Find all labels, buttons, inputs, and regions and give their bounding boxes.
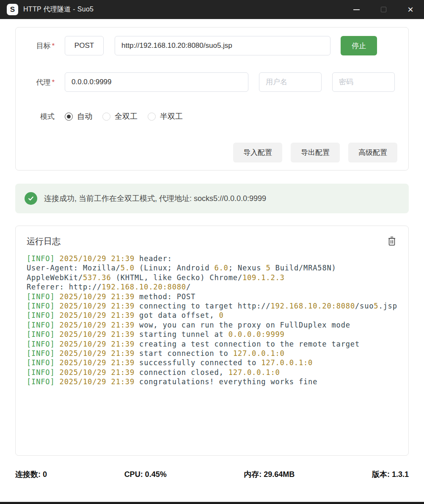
- maximize-icon: [381, 7, 386, 12]
- export-config-button[interactable]: 导出配置: [291, 143, 340, 162]
- trash-icon: [387, 236, 396, 246]
- connection-form: 目标* POST 停止 代理* 模式 自动 全双工: [15, 27, 409, 171]
- log-line: [INFO] 2025/10/29 21:39 connecting to ta…: [27, 301, 397, 311]
- log-line: [INFO] 2025/10/29 21:39 wow, you can run…: [27, 320, 397, 330]
- log-output: [INFO] 2025/10/29 21:39 header:User-Agen…: [27, 254, 397, 446]
- close-button[interactable]: ✕: [397, 0, 424, 19]
- log-line: User-Agent: Mozilla/5.0 (Linux; Android …: [27, 263, 397, 273]
- maximize-button[interactable]: [370, 0, 397, 19]
- stat-version: 版本: 1.3.1: [372, 469, 409, 479]
- password-input[interactable]: [332, 72, 395, 92]
- success-check-icon: [25, 192, 37, 205]
- log-title: 运行日志: [27, 236, 61, 247]
- stat-connections: 连接数: 0: [15, 469, 47, 479]
- close-icon: ✕: [407, 6, 413, 14]
- radio-half-duplex[interactable]: 半双工: [148, 111, 183, 121]
- titlebar: S HTTP 代理隧道 - Suo5 ✕: [0, 0, 424, 19]
- target-row: 目标* POST 停止: [27, 36, 397, 55]
- method-select[interactable]: POST: [65, 36, 104, 55]
- minimize-icon: [353, 9, 360, 10]
- window-controls: ✕: [343, 0, 424, 19]
- stat-cpu: CPU: 0.45%: [124, 470, 167, 479]
- clear-log-button[interactable]: [386, 235, 397, 247]
- log-line: [INFO] 2025/10/29 21:39 connection close…: [27, 368, 397, 377]
- mode-label: 模式: [27, 112, 60, 121]
- log-line: [INFO] 2025/10/29 21:39 start connection…: [27, 349, 397, 358]
- log-line: Referer: http://192.168.10.20:8080/: [27, 282, 397, 292]
- log-panel: 运行日志 [INFO] 2025/10/29 21:39 header:User…: [15, 226, 409, 456]
- radio-icon: [65, 113, 73, 121]
- log-line: [INFO] 2025/10/29 21:39 got data offset,…: [27, 311, 397, 320]
- log-line: [INFO] 2025/10/29 21:39 starting tunnel …: [27, 330, 397, 339]
- required-mark: *: [52, 78, 55, 86]
- target-url-input[interactable]: [115, 36, 330, 55]
- log-line: [INFO] 2025/10/29 21:39 header:: [27, 254, 397, 263]
- log-line: AppleWebKit/537.36 (KHTML, like Gecko) C…: [27, 273, 397, 282]
- radio-auto[interactable]: 自动: [65, 111, 92, 121]
- alert-message: 连接成功, 当前工作在全双工模式, 代理地址: socks5://0.0.0.0…: [44, 193, 266, 204]
- mode-radio-group: 自动 全双工 半双工: [65, 111, 183, 121]
- log-line: [INFO] 2025/10/29 21:39 method: POST: [27, 292, 397, 301]
- config-buttons-row: 导入配置 导出配置 高级配置: [27, 143, 397, 162]
- proxy-row: 代理*: [27, 72, 397, 92]
- required-mark: *: [52, 42, 55, 50]
- radio-full-duplex[interactable]: 全双工: [102, 111, 138, 121]
- advanced-config-button[interactable]: 高级配置: [348, 143, 397, 162]
- minimize-button[interactable]: [343, 0, 370, 19]
- radio-icon: [102, 113, 110, 121]
- radio-icon: [148, 113, 156, 121]
- import-config-button[interactable]: 导入配置: [233, 143, 282, 162]
- app-window: S HTTP 代理隧道 - Suo5 ✕ 目标* POST 停止 代理* 模式: [0, 0, 424, 504]
- proxy-address-input[interactable]: [65, 72, 248, 92]
- stat-memory: 内存: 29.64MB: [244, 469, 295, 479]
- window-bottom-edge: [0, 502, 424, 504]
- status-bar: 连接数: 0 CPU: 0.45% 内存: 29.64MB 版本: 1.3.1: [0, 469, 424, 479]
- log-line: [INFO] 2025/10/29 21:39 congratulations!…: [27, 377, 397, 386]
- app-logo-icon: S: [7, 4, 18, 15]
- proxy-label: 代理*: [27, 77, 60, 87]
- username-input[interactable]: [259, 72, 322, 92]
- mode-row: 模式 自动 全双工 半双工: [27, 111, 397, 121]
- stop-button[interactable]: 停止: [341, 36, 377, 55]
- window-title: HTTP 代理隧道 - Suo5: [23, 5, 94, 14]
- log-header: 运行日志: [27, 235, 397, 247]
- success-alert: 连接成功, 当前工作在全双工模式, 代理地址: socks5://0.0.0.0…: [15, 184, 409, 213]
- target-label: 目标*: [27, 41, 60, 51]
- log-line: [INFO] 2025/10/29 21:39 creating a test …: [27, 339, 397, 349]
- log-line: [INFO] 2025/10/29 21:39 successfully con…: [27, 358, 397, 367]
